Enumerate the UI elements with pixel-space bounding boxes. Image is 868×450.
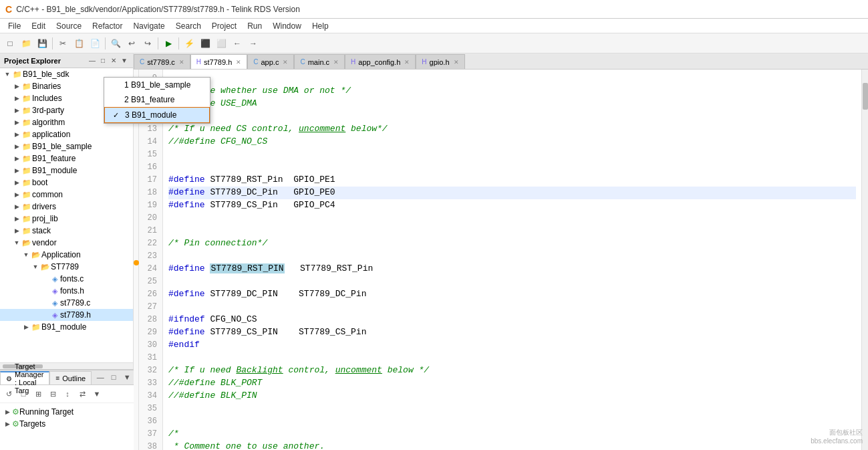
running-target-item[interactable]: ▶ ⚙ Running Target: [3, 406, 131, 418]
tab-appconfigh[interactable]: H app_config.h ✕: [345, 54, 416, 69]
toolbar-btn-3[interactable]: 📋: [71, 36, 86, 51]
minimize-btn[interactable]: —: [88, 56, 97, 66]
toolbar-new-btn[interactable]: □: [3, 36, 17, 51]
folder-icon-includes: 📁: [21, 94, 32, 103]
menu-item-source[interactable]: Source: [51, 20, 87, 32]
vscroll-thumb[interactable]: [863, 83, 868, 110]
menu-item-help[interactable]: Help: [307, 20, 334, 32]
toolbar-btn-5[interactable]: 🔍: [108, 36, 123, 51]
code-content[interactable]: /* choose whether use DMA or not */ //#d…: [163, 70, 861, 450]
toolbar-open-btn[interactable]: 📁: [19, 36, 33, 51]
toolbar-btn-9[interactable]: ⚡: [182, 36, 196, 51]
tree-boot[interactable]: ▶ 📁 boot: [0, 177, 133, 189]
label-includes: Includes: [32, 94, 62, 103]
tab-st7789h[interactable]: H st7789.h ✕: [190, 54, 247, 69]
tab-gpioh[interactable]: H gpio.h ✕: [416, 54, 464, 69]
tab-target-manager[interactable]: ⚙ Target Manager : Local Targ: [0, 371, 49, 384]
project-explorer-title: Project Explorer: [4, 57, 61, 65]
toolbar-btn-4[interactable]: 📄: [88, 36, 102, 51]
tab-st7789c[interactable]: C st7789.c ✕: [134, 54, 190, 69]
tree-st7789[interactable]: ▼ 📂 ST7789: [0, 261, 133, 273]
bottom-menu-btn[interactable]: ▼: [121, 371, 133, 383]
bottom-btn2[interactable]: ⊟: [47, 388, 59, 400]
linenum-29: 29: [144, 326, 157, 339]
tab-label-gpioh: gpio.h: [430, 58, 450, 66]
bottom-new-btn[interactable]: □: [17, 388, 29, 400]
menu-item-refactor[interactable]: Refactor: [87, 20, 128, 32]
menu-item-file[interactable]: File: [3, 20, 26, 32]
bottom-minimize-btn[interactable]: —: [94, 371, 106, 383]
tab-close-mainc[interactable]: ✕: [333, 59, 339, 66]
targets-item[interactable]: ▶ ⚙ Targets: [3, 418, 131, 430]
context-menu-item-3[interactable]: ✓ 3 B91_module: [104, 107, 210, 123]
toolbar-btn-12[interactable]: ←: [230, 36, 245, 51]
tab-close-gpioh[interactable]: ✕: [454, 59, 459, 66]
menu-item-edit[interactable]: Edit: [26, 20, 51, 32]
context-menu-item-2[interactable]: 2 B91_feature: [104, 92, 210, 107]
context-menu-item-1[interactable]: 1 B91_ble_sample: [104, 78, 210, 92]
tree-common[interactable]: ▶ 📁 common: [0, 189, 133, 201]
tab-close-appc[interactable]: ✕: [283, 59, 288, 66]
marker-39: [134, 443, 138, 450]
tree-st7789c[interactable]: ◈ st7789.c: [0, 297, 133, 309]
linenum-19: 19: [144, 199, 157, 212]
marker-37: [134, 418, 138, 431]
menu-item-search[interactable]: Search: [170, 20, 206, 32]
toolbar-btn-11[interactable]: ⬜: [214, 36, 229, 51]
bottom-settings-btn[interactable]: ▼: [91, 388, 103, 400]
linenum-16: 16: [144, 161, 157, 174]
tree-st7789h[interactable]: ◈ st7789.h: [0, 309, 133, 321]
arrow-common: ▶: [12, 190, 21, 199]
linenum-22: 22: [144, 237, 157, 250]
bottom-content: ▶ ⚙ Running Target ▶ ⚙ Targets: [0, 403, 134, 433]
menu-item-window[interactable]: Window: [267, 20, 307, 32]
vertical-scrollbar[interactable]: [861, 70, 868, 450]
tree-fonts-c[interactable]: ◈ fonts.c: [0, 273, 133, 285]
bottom-btn4[interactable]: ⇄: [76, 388, 88, 400]
tab-close-appconfigh[interactable]: ✕: [404, 59, 410, 66]
maximize-btn[interactable]: □: [98, 56, 108, 66]
arrow-b91feature: ▶: [12, 154, 21, 163]
running-target-icon: ⚙: [12, 407, 19, 417]
bottom-btn3[interactable]: ↕: [61, 388, 74, 400]
running-target-label: Running Target: [19, 407, 74, 417]
linenum-36: 36: [144, 415, 157, 428]
tab-mainc[interactable]: C main.c ✕: [294, 54, 345, 69]
menu-item-navigate[interactable]: Navigate: [128, 20, 170, 32]
bottom-btn1[interactable]: ⊞: [32, 388, 44, 400]
linenum-23: 23: [144, 250, 157, 263]
tree-stack[interactable]: ▶ 📁 stack: [0, 225, 133, 237]
tree-application[interactable]: ▶ 📁 application: [0, 128, 133, 140]
toolbar-btn-6[interactable]: ↩: [124, 36, 139, 51]
tab-close-st7789c[interactable]: ✕: [179, 59, 184, 66]
menu-item-project[interactable]: Project: [206, 20, 242, 32]
bottom-refresh-btn[interactable]: ↺: [3, 388, 15, 400]
toolbar-btn-2[interactable]: ✂: [55, 36, 70, 51]
tree-b91feature[interactable]: ▶ 📁 B91_feature: [0, 152, 133, 164]
bottom-maximize-btn[interactable]: □: [108, 371, 120, 383]
tree-fonts-h[interactable]: ◈ fonts.h: [0, 285, 133, 297]
code-line-27: [168, 301, 856, 314]
toolbar-btn-7[interactable]: ↪: [140, 36, 155, 51]
code-line-36: [168, 415, 856, 428]
close-btn[interactable]: ✕: [109, 56, 118, 66]
tree-vendor[interactable]: ▼ 📂 vendor: [0, 237, 133, 249]
menu-btn[interactable]: ▼: [120, 56, 129, 66]
folder-icon-stack: 📁: [21, 226, 32, 235]
toolbar-run-btn[interactable]: ▶: [161, 36, 176, 51]
code-line-19: #define ST7789_CS_Pin GPIO_PC4: [168, 199, 856, 212]
menu-item-run[interactable]: Run: [242, 20, 267, 32]
tree-b91module-vendor[interactable]: ▶ 📁 B91_module: [0, 321, 133, 333]
toolbar-save-btn[interactable]: 💾: [35, 36, 49, 51]
toolbar-btn-10[interactable]: ⬛: [198, 36, 212, 51]
tab-appc[interactable]: C app.c ✕: [247, 54, 294, 69]
tab-close-st7789h[interactable]: ✕: [236, 59, 241, 66]
tree-b91blesample[interactable]: ▶ 📁 B91_ble_sample: [0, 140, 133, 152]
tab-outline[interactable]: ≡ Outline: [49, 371, 92, 384]
toolbar-btn-13[interactable]: →: [246, 36, 261, 51]
tree-b91module[interactable]: ▶ 📁 B91_module: [0, 164, 133, 177]
tree-app-folder[interactable]: ▼ 📂 Application: [0, 249, 133, 261]
tree-drivers[interactable]: ▶ 📁 drivers: [0, 201, 133, 213]
tree-projlib[interactable]: ▶ 📁 proj_lib: [0, 213, 133, 225]
tab-label-st7789c: st7789.c: [147, 58, 175, 66]
